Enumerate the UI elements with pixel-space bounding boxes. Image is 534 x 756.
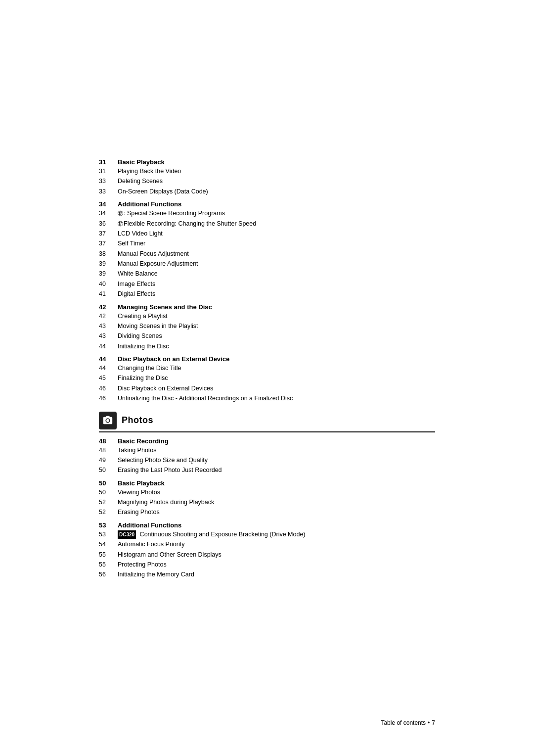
toc-entry: 37 LCD Video Light <box>99 229 435 238</box>
photos-title: Photos <box>122 415 435 425</box>
content-area: 31 Basic Playback 31 Playing Back the Vi… <box>0 0 534 623</box>
footer-page-number: 7 <box>432 719 435 726</box>
section-header: 50 Basic Playback <box>99 479 435 487</box>
toc-entry: 39 White Balance <box>99 269 435 279</box>
toc-entry: 50 Erasing the Last Photo Just Recorded <box>99 466 435 475</box>
section-title: Basic Playback <box>118 158 165 166</box>
toc-entry: 49 Selecting Photo Size and Quality <box>99 456 435 465</box>
toc-entry: 43 Moving Scenes in the Playlist <box>99 322 435 331</box>
section-header: 44 Disc Playback on an External Device <box>99 355 435 363</box>
section-number: 53 <box>99 521 118 529</box>
toc-entry: 39 Manual Exposure Adjustment <box>99 259 435 269</box>
section-number: 34 <box>99 200 118 208</box>
toc-entry: 34 ⑫: Special Scene Recording Programs <box>99 209 435 218</box>
toc-entry: 50 Viewing Photos <box>99 488 435 497</box>
toc-entry: 44 Changing the Disc Title <box>99 364 435 373</box>
toc-entry: 56 Initializing the Memory Card <box>99 570 435 579</box>
toc-entry: 43 Dividing Scenes <box>99 331 435 341</box>
section-header: 34 Additional Functions <box>99 200 435 208</box>
toc-entry: 42 Creating a Playlist <box>99 312 435 321</box>
section-header-basic-playback: 31 Basic Playback <box>99 158 435 166</box>
toc-entry: 46 Unfinalizing the Disc - Additional Re… <box>99 394 435 403</box>
section-title: Additional Functions <box>118 200 181 208</box>
toc-entry: 45 Finalizing the Disc <box>99 374 435 383</box>
toc-entry: 54 Automatic Focus Priority <box>99 540 435 549</box>
section-title: Managing Scenes and the Disc <box>118 303 212 311</box>
toc-entry: 33 On-Screen Displays (Data Code) <box>99 187 435 196</box>
section-number: 31 <box>99 158 118 166</box>
section-number: 42 <box>99 303 118 311</box>
toc-entry: 44 Initializing the Disc <box>99 342 435 351</box>
camera-icon <box>99 412 117 429</box>
section-additional-functions: 34 Additional Functions 34 ⑫: Special Sc… <box>99 200 435 299</box>
camera-svg <box>102 415 113 426</box>
section-number: 44 <box>99 355 118 363</box>
section-title: Additional Functions <box>118 521 181 529</box>
toc-entry: 46 Disc Playback on External Devices <box>99 384 435 393</box>
section-header: 48 Basic Recording <box>99 437 435 445</box>
section-header: 53 Additional Functions <box>99 521 435 529</box>
dc320-badge: DC320 <box>118 530 136 539</box>
section-basic-playback: 31 Basic Playback 31 Playing Back the Vi… <box>99 158 435 196</box>
toc-entry: 53 DC320 Continuous Shooting and Exposur… <box>99 530 435 539</box>
toc-entry: 40 Image Effects <box>99 280 435 289</box>
section-title: Basic Playback <box>118 479 165 487</box>
toc-entry: 55 Protecting Photos <box>99 560 435 569</box>
page-footer: Table of contents•7 <box>381 719 435 726</box>
toc-entry: 33 Deleting Scenes <box>99 177 435 186</box>
photos-section-header: Photos <box>99 412 435 432</box>
page-container: 31 Basic Playback 31 Playing Back the Vi… <box>0 0 534 756</box>
toc-entry: 41 Digital Effects <box>99 289 435 299</box>
section-managing-scenes: 42 Managing Scenes and the Disc 42 Creat… <box>99 303 435 352</box>
toc-entry: 55 Histogram and Other Screen Displays <box>99 550 435 560</box>
section-header: 42 Managing Scenes and the Disc <box>99 303 435 311</box>
section-title: Basic Recording <box>118 437 169 445</box>
toc-video-sections: 31 Basic Playback 31 Playing Back the Vi… <box>99 158 435 404</box>
toc-entry: 52 Magnifying Photos during Playback <box>99 498 435 507</box>
section-disc-playback: 44 Disc Playback on an External Device 4… <box>99 355 435 404</box>
footer-bullet: • <box>428 719 430 726</box>
toc-entry: 36 ⑰Flexible Recording: Changing the Shu… <box>99 219 435 229</box>
toc-entry: 38 Manual Focus Adjustment <box>99 249 435 259</box>
section-number: 50 <box>99 479 118 487</box>
toc-entry: 37 Self Timer <box>99 239 435 248</box>
section-number: 48 <box>99 437 118 445</box>
section-additional-functions-photos: 53 Additional Functions 53 DC320 Continu… <box>99 521 435 580</box>
section-basic-playback-photos: 50 Basic Playback 50 Viewing Photos 52 M… <box>99 479 435 518</box>
toc-entry: 52 Erasing Photos <box>99 508 435 517</box>
toc-entry: 31 Playing Back the Video <box>99 167 435 176</box>
section-title: Disc Playback on an External Device <box>118 355 229 363</box>
footer-text: Table of contents <box>381 719 426 726</box>
photos-section: Photos 48 Basic Recording 48 Taking Phot… <box>99 412 435 580</box>
toc-entry: 48 Taking Photos <box>99 446 435 455</box>
section-basic-recording: 48 Basic Recording 48 Taking Photos 49 S… <box>99 437 435 475</box>
